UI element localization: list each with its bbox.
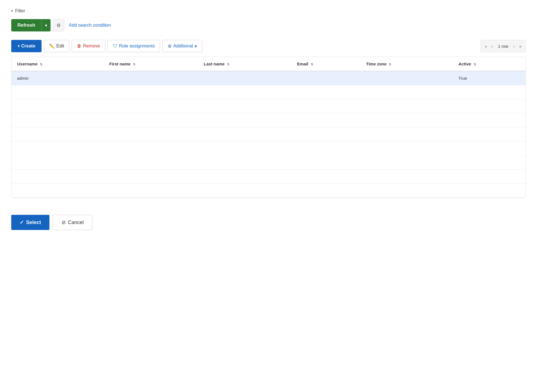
cell-time_zone bbox=[360, 71, 453, 85]
next-page-button[interactable]: › bbox=[512, 43, 516, 49]
main-toolbar: + Create ✏️ Edit 🗑 Remove 🛡 Role assignm… bbox=[11, 40, 526, 52]
pencil-icon: ✏️ bbox=[49, 44, 55, 49]
cell-active: True bbox=[453, 71, 525, 85]
col-last-name[interactable]: Last name ⇅ bbox=[198, 57, 291, 71]
additional-label: Additional bbox=[173, 44, 193, 49]
page-info: 1 row bbox=[496, 44, 511, 49]
users-table: Username ⇅ First name ⇅ Last name ⇅ Emai… bbox=[12, 57, 525, 198]
settings-button[interactable]: ⚙ bbox=[53, 19, 64, 31]
last-name-col-label: Last name bbox=[204, 61, 224, 66]
prev-page-button[interactable]: ‹ bbox=[490, 43, 495, 49]
time-zone-col-label: Time zone bbox=[366, 61, 386, 66]
filter-header: ▾ Filter bbox=[11, 8, 526, 13]
select-label: Select bbox=[26, 220, 41, 225]
add-search-condition-button[interactable]: Add search condition bbox=[67, 23, 113, 28]
remove-button[interactable]: 🗑 Remove bbox=[72, 40, 105, 52]
refresh-button[interactable]: Refresh bbox=[11, 19, 41, 31]
cell-last_name bbox=[198, 71, 291, 85]
cancel-icon: ⊘ bbox=[62, 219, 66, 225]
table-row-empty bbox=[12, 127, 525, 142]
shield-icon: 🛡 bbox=[113, 44, 117, 49]
last-page-button[interactable]: » bbox=[518, 43, 523, 49]
table-row[interactable]: adminTrue bbox=[12, 71, 525, 85]
role-assignments-label: Role assignments bbox=[119, 44, 155, 49]
filter-label: Filter bbox=[15, 8, 25, 13]
col-first-name[interactable]: First name ⇅ bbox=[104, 57, 198, 71]
top-toolbar: Refresh ▾ ⚙ Add search condition bbox=[11, 19, 526, 31]
gear-icon: ⚙ bbox=[56, 22, 61, 28]
table-row-empty bbox=[12, 184, 525, 198]
username-sort-icon: ⇅ bbox=[40, 63, 42, 66]
email-col-label: Email bbox=[297, 61, 308, 66]
time-zone-sort-icon: ⇅ bbox=[389, 63, 391, 66]
chevron-down-icon: ▾ bbox=[45, 23, 47, 28]
trash-icon: 🗑 bbox=[77, 44, 81, 49]
edit-label: Edit bbox=[56, 44, 64, 49]
additional-button[interactable]: ⚙ Additional ▾ bbox=[162, 40, 202, 52]
cancel-button[interactable]: ⊘ Cancel bbox=[53, 215, 92, 230]
edit-button[interactable]: ✏️ Edit bbox=[44, 40, 70, 52]
table-row-empty bbox=[12, 113, 525, 127]
col-active[interactable]: Active ⇅ bbox=[453, 57, 525, 71]
refresh-dropdown-button[interactable]: ▾ bbox=[41, 19, 51, 31]
additional-gear-icon: ⚙ bbox=[168, 44, 172, 49]
active-col-label: Active bbox=[459, 61, 471, 66]
last-name-sort-icon: ⇅ bbox=[227, 63, 229, 66]
select-button[interactable]: ✓ Select bbox=[11, 215, 49, 230]
pagination-controls: « ‹ 1 row › » bbox=[481, 40, 526, 52]
table-row-empty bbox=[12, 156, 525, 170]
first-name-col-label: First name bbox=[109, 61, 131, 66]
first-page-button[interactable]: « bbox=[483, 43, 489, 49]
col-username[interactable]: Username ⇅ bbox=[12, 57, 104, 71]
active-sort-icon: ⇅ bbox=[474, 63, 476, 66]
filter-chevron-icon: ▾ bbox=[11, 9, 13, 13]
cell-first_name bbox=[104, 71, 198, 85]
table-row-empty bbox=[12, 170, 525, 184]
footer-actions: ✓ Select ⊘ Cancel bbox=[11, 209, 526, 236]
email-sort-icon: ⇅ bbox=[311, 63, 313, 66]
check-icon: ✓ bbox=[20, 219, 24, 225]
table-row-empty bbox=[12, 142, 525, 156]
table-header-row: Username ⇅ First name ⇅ Last name ⇅ Emai… bbox=[12, 57, 525, 71]
cancel-label: Cancel bbox=[68, 220, 84, 225]
data-table-container: Username ⇅ First name ⇅ Last name ⇅ Emai… bbox=[11, 57, 526, 198]
table-row-empty bbox=[12, 99, 525, 113]
first-name-sort-icon: ⇅ bbox=[133, 63, 135, 66]
username-col-label: Username bbox=[17, 61, 38, 66]
additional-chevron-icon: ▾ bbox=[195, 44, 197, 49]
role-assignments-button[interactable]: 🛡 Role assignments bbox=[108, 40, 160, 52]
col-time-zone[interactable]: Time zone ⇅ bbox=[360, 57, 453, 71]
remove-label: Remove bbox=[83, 44, 100, 49]
cell-email bbox=[291, 71, 360, 85]
create-button[interactable]: + Create bbox=[11, 40, 42, 52]
col-email[interactable]: Email ⇅ bbox=[291, 57, 360, 71]
table-row-empty bbox=[12, 85, 525, 99]
cell-username: admin bbox=[12, 71, 104, 85]
